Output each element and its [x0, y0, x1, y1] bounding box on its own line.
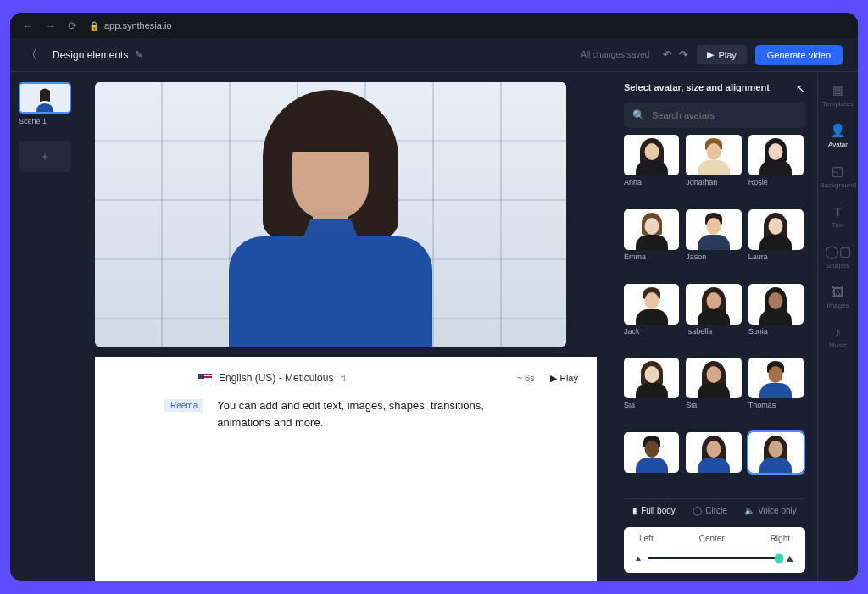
- text-icon: T: [834, 204, 842, 219]
- size-slider[interactable]: [648, 557, 779, 559]
- align-left[interactable]: Left: [639, 534, 654, 543]
- tool-shapes[interactable]: ◯▢Shapes: [825, 244, 851, 269]
- avatar-option[interactable]: [686, 358, 741, 398]
- back-button[interactable]: 〈: [25, 47, 37, 63]
- avatar-option[interactable]: [686, 284, 741, 325]
- person-icon: ▮: [632, 506, 637, 515]
- lock-icon: 🔒: [89, 21, 99, 31]
- search-input[interactable]: [652, 110, 797, 120]
- align-center[interactable]: Center: [699, 534, 725, 543]
- avatar-search[interactable]: 🔍: [624, 103, 805, 128]
- generate-video-button[interactable]: Generate video: [755, 45, 843, 65]
- background-icon: ◱: [832, 164, 843, 179]
- address-url[interactable]: app.synthesia.io: [104, 20, 172, 31]
- avatar-option[interactable]: [624, 209, 679, 250]
- avatar-name: Jack: [624, 327, 679, 336]
- tab-full-body[interactable]: ▮ Full body: [632, 506, 676, 515]
- scene-thumbnail[interactable]: [19, 82, 71, 114]
- avatar-name: Emma: [624, 253, 679, 261]
- avatar-name: Sonia: [748, 327, 804, 336]
- undo-icon[interactable]: ↶: [663, 48, 672, 61]
- size-small-icon: ▲: [634, 553, 643, 563]
- align-right[interactable]: Right: [771, 534, 790, 543]
- voice-icon: 🔈: [744, 506, 754, 515]
- avatar-option[interactable]: [686, 432, 741, 473]
- alignment-panel: Left Center Right ▲ ▲: [624, 527, 805, 573]
- tool-templates[interactable]: ▦Templates: [822, 82, 853, 108]
- avatar-option[interactable]: [624, 135, 679, 175]
- chevron-updown-icon: ⇅: [340, 374, 347, 383]
- avatar-name: Sia: [686, 401, 741, 409]
- browser-forward-icon[interactable]: →: [45, 19, 56, 32]
- scene-label: Scene 1: [19, 117, 81, 125]
- redo-icon[interactable]: ↷: [679, 48, 688, 61]
- templates-icon: ▦: [832, 82, 844, 97]
- add-scene-button[interactable]: ＋: [19, 141, 71, 172]
- top-toolbar: 〈 Design elements ✎ All changes saved ↶ …: [10, 38, 858, 72]
- music-icon: ♪: [835, 325, 842, 339]
- tool-rail: ▦Templates👤Avatar◱BackgroundTText◯▢Shape…: [817, 72, 858, 581]
- duration-label: ~ 6s: [516, 373, 534, 383]
- avatar-option[interactable]: [686, 209, 741, 250]
- browser-reload-icon[interactable]: ⟳: [68, 19, 77, 32]
- speaker-tag[interactable]: Reema: [164, 399, 203, 412]
- tool-text[interactable]: TText: [832, 204, 844, 229]
- avatar-name: Jason: [686, 253, 741, 261]
- avatar-name: Isabella: [686, 327, 741, 336]
- scene-rail: Scene 1 ＋: [10, 72, 90, 581]
- avatar-name: Jonathan: [686, 178, 741, 186]
- avatar-name: Thomas: [748, 401, 804, 409]
- save-status: All changes saved: [581, 50, 649, 59]
- view-mode-tabs: ▮ Full body ◯ Circle 🔈 Voice only: [624, 498, 805, 520]
- shapes-icon: ◯▢: [825, 244, 851, 259]
- video-canvas[interactable]: [95, 82, 566, 347]
- play-icon: ▶: [707, 49, 714, 60]
- flag-icon: [198, 374, 212, 383]
- avatar-name: Rosie: [748, 178, 804, 186]
- edit-title-icon[interactable]: ✎: [135, 49, 142, 60]
- tool-music[interactable]: ♪Music: [829, 325, 847, 349]
- slider-thumb[interactable]: [775, 553, 784, 563]
- avatar-name: Sia: [624, 401, 679, 409]
- avatar-option[interactable]: [748, 432, 804, 473]
- tool-avatar[interactable]: 👤Avatar: [828, 123, 848, 148]
- size-large-icon: ▲: [784, 552, 795, 564]
- avatar-option[interactable]: [624, 284, 679, 325]
- script-text[interactable]: You can add and edit text, images, shape…: [217, 397, 539, 430]
- circle-icon: ◯: [693, 506, 702, 515]
- tool-images[interactable]: 🖼Images: [826, 285, 849, 309]
- language-selector[interactable]: English (US) - Meticulous ⇅: [198, 372, 347, 384]
- avatar-option[interactable]: [748, 209, 804, 250]
- avatar-option[interactable]: [686, 135, 741, 175]
- tab-voice-only[interactable]: 🔈 Voice only: [744, 506, 797, 515]
- tab-circle[interactable]: ◯ Circle: [693, 506, 727, 515]
- avatar-option[interactable]: [624, 358, 679, 398]
- browser-chrome: ← → ⟳ 🔒 app.synthesia.io: [10, 13, 858, 38]
- avatar-name: Laura: [748, 253, 804, 261]
- script-panel: English (US) - Meticulous ⇅ ~ 6s ▶ Play …: [95, 357, 597, 581]
- canvas-avatar[interactable]: [203, 109, 458, 347]
- avatar-option[interactable]: [748, 284, 804, 325]
- tool-background[interactable]: ◱Background: [820, 164, 856, 189]
- play-button[interactable]: ▶ Play: [697, 45, 746, 64]
- avatar-option[interactable]: [624, 432, 679, 473]
- avatar-name: Anna: [624, 178, 679, 186]
- browser-back-icon[interactable]: ←: [22, 19, 33, 32]
- avatar-option[interactable]: [748, 135, 804, 175]
- search-icon: 🔍: [632, 109, 645, 121]
- avatar-option[interactable]: [748, 358, 804, 398]
- avatar-icon: 👤: [830, 123, 846, 138]
- page-title: Design elements: [53, 49, 128, 61]
- play-icon: ▶: [550, 373, 557, 384]
- images-icon: 🖼: [832, 285, 844, 299]
- play-script-button[interactable]: ▶ Play: [550, 373, 578, 384]
- avatar-panel: Select avatar, size and alignment ↖ 🔍 An…: [612, 72, 817, 581]
- avatar-panel-title: Select avatar, size and alignment: [624, 82, 805, 92]
